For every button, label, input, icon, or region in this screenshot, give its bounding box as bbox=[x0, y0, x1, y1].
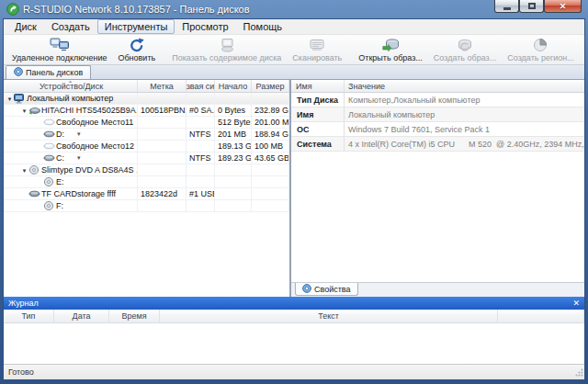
show-disk-content-label: Показать содержимое диска bbox=[172, 53, 281, 62]
toolbar: Удаленное подключение Обновить Показать … bbox=[4, 35, 584, 65]
create-image-button[interactable]: Создать образ... bbox=[428, 36, 502, 63]
table-row-drive-f[interactable]: F: bbox=[4, 200, 289, 212]
menu-tools[interactable]: Инструменты bbox=[97, 19, 175, 34]
properties-empty-area bbox=[291, 152, 585, 282]
show-disk-content-icon bbox=[218, 38, 236, 52]
log-header: Тип Дата Время Текст bbox=[4, 310, 584, 323]
title-bar: R-STUDIO Network 8.10.173857 - Панель ди… bbox=[3, 0, 585, 18]
create-region-button[interactable]: Создать регион... bbox=[502, 36, 580, 63]
properties-header: Имя Значение bbox=[291, 80, 585, 93]
open-image-icon bbox=[381, 38, 400, 52]
device-tree-header: ▲ Устройство/Диск Метка звая си Начало Р… bbox=[4, 80, 289, 93]
computer-icon bbox=[14, 94, 27, 104]
column-header-device[interactable]: ▲ Устройство/Диск bbox=[4, 80, 138, 93]
close-icon: ✕ bbox=[560, 2, 567, 11]
device-name: Свободное Место12 bbox=[56, 141, 134, 151]
create-virtual-raid-button[interactable]: Создать виртуальный RAID bbox=[580, 36, 585, 63]
column-header-name[interactable]: Имя bbox=[291, 80, 345, 93]
table-row-hitachi-drive[interactable]: ▾ HITACHI HTS545025B9A... 100518PBN204..… bbox=[4, 105, 289, 117]
partition-icon bbox=[43, 130, 56, 138]
open-image-label: Открыть образ... bbox=[358, 53, 423, 62]
menu-disk[interactable]: Диск bbox=[7, 19, 44, 34]
column-header-size[interactable]: Размер bbox=[252, 80, 289, 93]
column-header-filesystem[interactable]: звая си bbox=[187, 80, 215, 93]
menu-create[interactable]: Создать bbox=[44, 19, 97, 34]
log-close-icon[interactable]: ✕ bbox=[572, 297, 580, 310]
properties-tab-icon bbox=[302, 284, 311, 295]
column-header-label[interactable]: Метка bbox=[138, 80, 187, 93]
log-column-time[interactable]: Время bbox=[109, 310, 160, 323]
partition-icon bbox=[43, 154, 56, 162]
status-bar: Готово bbox=[4, 365, 584, 379]
app-icon bbox=[6, 3, 19, 16]
device-name: Локальный компьютер bbox=[27, 94, 113, 103]
log-body bbox=[4, 323, 584, 365]
tab-disk-panel[interactable]: Панель дисков bbox=[6, 65, 91, 79]
device-name: F: bbox=[56, 201, 63, 210]
device-tree-panel: ▲ Устройство/Диск Метка звая си Начало Р… bbox=[4, 80, 290, 297]
expander-icon[interactable]: ▾ bbox=[6, 93, 14, 105]
remote-connection-label: Удаленное подключение bbox=[12, 53, 107, 62]
minimize-icon bbox=[503, 7, 511, 10]
table-row-dvd-drive[interactable]: ▾ Slimtype DVD A DS8A4S ... bbox=[4, 164, 289, 176]
window-title: R-STUDIO Network 8.10.173857 - Панель ди… bbox=[23, 4, 250, 15]
properties-tab-bar: Свойства bbox=[291, 282, 585, 297]
resize-grip[interactable] bbox=[575, 368, 583, 378]
expander-icon[interactable]: ▾ bbox=[20, 105, 28, 117]
device-name: TF CARDstorage ffff bbox=[41, 189, 116, 198]
properties-panel: Имя Значение Тип Диска Компьютер,Локальн… bbox=[290, 80, 585, 297]
device-name: Свободное Место11 bbox=[56, 118, 133, 127]
table-row-free-space-11[interactable]: Свободное Место11 512 Bytes 201.00 MB bbox=[4, 117, 289, 129]
scan-label: Сканировать bbox=[292, 53, 342, 62]
property-row-name: Имя Локальный компьютер bbox=[291, 107, 585, 122]
disk-panel-tab-label: Панель дисков bbox=[26, 68, 83, 77]
scan-icon bbox=[308, 38, 326, 52]
table-row-partition-c[interactable]: C: ▾ NTFS 189.23 GB 43.65 GB bbox=[4, 152, 289, 164]
dvd-drive-icon bbox=[28, 165, 41, 175]
device-name: E: bbox=[56, 177, 64, 186]
tab-properties[interactable]: Свойства bbox=[295, 283, 358, 296]
status-text: Готово bbox=[8, 367, 34, 377]
app-window: R-STUDIO Network 8.10.173857 - Панель ди… bbox=[0, 0, 588, 384]
device-tree-empty-area bbox=[4, 212, 289, 297]
chevron-down-icon[interactable]: ▾ bbox=[77, 154, 81, 162]
maximize-button[interactable] bbox=[519, 0, 544, 13]
disc-icon bbox=[43, 177, 56, 186]
property-row-system: Система 4 x Intel(R) Core(TM) i5 CPU M 5… bbox=[291, 137, 585, 152]
refresh-label: Обновить bbox=[118, 53, 155, 62]
column-header-value[interactable]: Значение bbox=[345, 80, 585, 93]
remote-connection-button[interactable]: Удаленное подключение bbox=[6, 36, 112, 63]
log-column-text[interactable]: Текст bbox=[160, 310, 498, 323]
menu-view[interactable]: Просмотр bbox=[175, 19, 235, 34]
hard-drive-icon bbox=[28, 107, 41, 115]
disk-panel-tab-icon bbox=[14, 67, 23, 78]
create-region-label: Создать регион... bbox=[507, 53, 574, 62]
show-disk-content-button[interactable]: Показать содержимое диска bbox=[166, 36, 287, 63]
log-column-type[interactable]: Тип bbox=[4, 310, 54, 323]
close-button[interactable]: ✕ bbox=[544, 0, 582, 13]
log-column-date[interactable]: Дата bbox=[54, 310, 109, 323]
disc-icon bbox=[43, 201, 56, 210]
scan-button[interactable]: Сканировать bbox=[287, 36, 347, 63]
table-row-drive-e[interactable]: E: bbox=[4, 176, 289, 188]
chevron-down-icon[interactable]: ▾ bbox=[77, 130, 81, 138]
expander-icon[interactable]: ▾ bbox=[20, 164, 28, 176]
device-name: Slimtype DVD A DS8A4S ... bbox=[41, 165, 138, 175]
table-row-tf-card[interactable]: TF CARDstorage ffff 1823422d #1 USB bbox=[4, 188, 289, 200]
main-area: ▲ Устройство/Диск Метка звая си Начало Р… bbox=[4, 80, 584, 297]
menu-help[interactable]: Помощь bbox=[236, 19, 290, 34]
table-row-partition-d[interactable]: D: ▾ NTFS 201 MB 188.94 GB bbox=[4, 129, 289, 141]
sort-asc-icon: ▲ bbox=[68, 80, 74, 84]
property-row-disk-type: Тип Диска Компьютер,Локальный компьютер bbox=[291, 93, 585, 107]
log-panel-titlebar: Журнал ✕ bbox=[4, 297, 584, 310]
table-row-free-space-12[interactable]: Свободное Место12 189.13 GB 100 MB bbox=[4, 141, 289, 152]
create-region-icon bbox=[532, 38, 548, 52]
create-image-label: Создать образ... bbox=[434, 53, 496, 62]
device-name: D: bbox=[56, 130, 64, 139]
column-header-start[interactable]: Начало bbox=[215, 80, 252, 93]
minimize-button[interactable] bbox=[494, 0, 519, 13]
log-column-filler bbox=[498, 310, 584, 323]
open-image-button[interactable]: Открыть образ... bbox=[353, 36, 428, 63]
table-row-local-computer[interactable]: ▾ Локальный компьютер bbox=[4, 93, 289, 105]
refresh-button[interactable]: Обновить bbox=[112, 36, 161, 63]
